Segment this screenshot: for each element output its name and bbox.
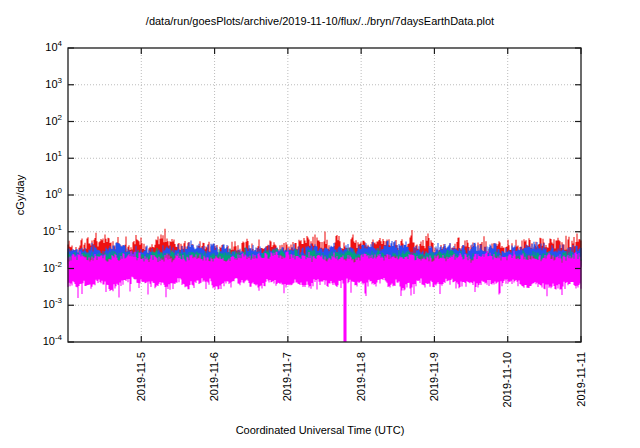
y-tick-label: 102 xyxy=(0,115,62,128)
x-tick-label: 2019-11-10 xyxy=(501,352,514,414)
y-tick-label: 10-2 xyxy=(0,262,62,275)
x-tick-label: 2019-11-7 xyxy=(281,352,294,414)
x-tick-label: 2019-11-5 xyxy=(135,352,148,414)
y-tick-label: 10-1 xyxy=(0,225,62,238)
y-tick-label: 10-4 xyxy=(0,335,62,348)
y-tick-label: 104 xyxy=(0,41,62,54)
series-magenta xyxy=(68,251,581,342)
y-tick-label: 101 xyxy=(0,151,62,164)
x-tick-label: 2019-11-9 xyxy=(428,352,441,414)
plot-area xyxy=(0,0,640,448)
y-tick-label: 100 xyxy=(0,188,62,201)
x-tick-label: 2019-11-11 xyxy=(575,352,588,414)
x-tick-label: 2019-11-6 xyxy=(208,352,221,414)
plot-page: /data/run/goesPlots/archive/2019-11-10/f… xyxy=(0,0,640,448)
y-tick-label: 103 xyxy=(0,78,62,91)
y-tick-label: 10-3 xyxy=(0,298,62,311)
x-tick-label: 2019-11-8 xyxy=(355,352,368,414)
